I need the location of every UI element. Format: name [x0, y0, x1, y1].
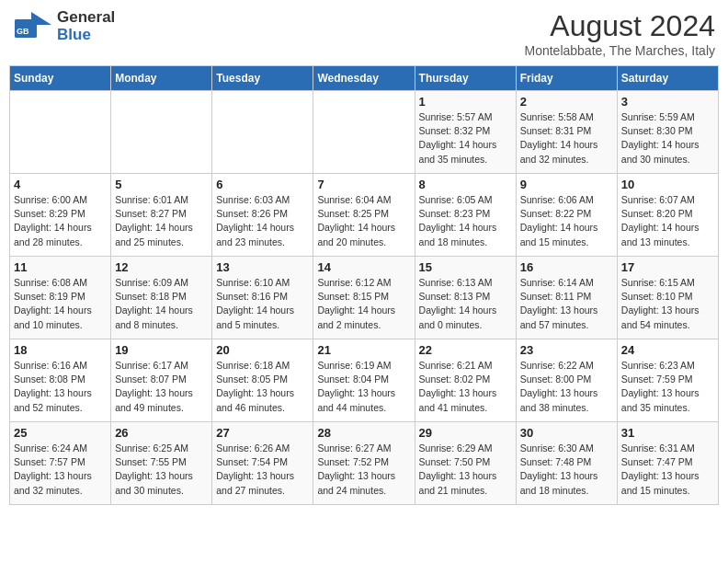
day-number: 1 — [419, 95, 512, 109]
calendar-cell: 7 Sunrise: 6:04 AM Sunset: 8:25 PM Dayli… — [313, 174, 415, 257]
calendar-cell: 6 Sunrise: 6:03 AM Sunset: 8:26 PM Dayli… — [212, 174, 313, 257]
calendar-cell — [111, 91, 212, 174]
calendar-cell: 29 Sunrise: 6:29 AM Sunset: 7:50 PM Dayl… — [415, 422, 516, 505]
calendar-cell: 23 Sunrise: 6:22 AM Sunset: 8:00 PM Dayl… — [516, 339, 617, 422]
day-info: Sunrise: 6:07 AM Sunset: 8:20 PM Dayligh… — [621, 193, 714, 249]
calendar-cell: 24 Sunrise: 6:23 AM Sunset: 7:59 PM Dayl… — [617, 339, 718, 422]
logo-svg: GB — [13, 10, 53, 43]
day-number: 13 — [216, 260, 309, 274]
day-info: Sunrise: 6:29 AM Sunset: 7:50 PM Dayligh… — [419, 442, 512, 498]
day-info: Sunrise: 6:14 AM Sunset: 8:11 PM Dayligh… — [520, 276, 613, 332]
day-number: 21 — [317, 343, 410, 357]
calendar-week-3: 11 Sunrise: 6:08 AM Sunset: 8:19 PM Dayl… — [10, 257, 719, 339]
calendar-cell: 12 Sunrise: 6:09 AM Sunset: 8:18 PM Dayl… — [111, 257, 212, 339]
calendar-cell: 15 Sunrise: 6:13 AM Sunset: 8:13 PM Dayl… — [415, 257, 516, 339]
calendar-cell: 2 Sunrise: 5:58 AM Sunset: 8:31 PM Dayli… — [516, 91, 617, 174]
calendar-cell: 22 Sunrise: 6:21 AM Sunset: 8:02 PM Dayl… — [415, 339, 516, 422]
location-subtitle: Montelabbate, The Marches, Italy — [524, 43, 715, 58]
logo-text-block: General Blue — [57, 9, 115, 43]
day-number: 16 — [520, 260, 613, 274]
calendar-cell: 8 Sunrise: 6:05 AM Sunset: 8:23 PM Dayli… — [415, 174, 516, 257]
day-number: 6 — [216, 178, 309, 191]
day-info: Sunrise: 6:27 AM Sunset: 7:52 PM Dayligh… — [317, 442, 410, 498]
calendar-week-5: 25 Sunrise: 6:24 AM Sunset: 7:57 PM Dayl… — [10, 422, 719, 505]
day-number: 27 — [216, 426, 309, 440]
calendar-cell: 31 Sunrise: 6:31 AM Sunset: 7:47 PM Dayl… — [617, 422, 718, 505]
calendar-cell — [212, 91, 313, 174]
day-info: Sunrise: 6:18 AM Sunset: 8:05 PM Dayligh… — [216, 359, 309, 415]
day-info: Sunrise: 6:01 AM Sunset: 8:27 PM Dayligh… — [115, 193, 208, 249]
calendar-cell: 14 Sunrise: 6:12 AM Sunset: 8:15 PM Dayl… — [313, 257, 415, 339]
day-info: Sunrise: 6:08 AM Sunset: 8:19 PM Dayligh… — [14, 276, 107, 332]
day-info: Sunrise: 5:57 AM Sunset: 8:32 PM Dayligh… — [419, 110, 512, 167]
day-info: Sunrise: 6:09 AM Sunset: 8:18 PM Dayligh… — [115, 276, 208, 332]
day-info: Sunrise: 6:30 AM Sunset: 7:48 PM Dayligh… — [520, 442, 613, 498]
day-number: 25 — [14, 426, 107, 440]
day-info: Sunrise: 6:21 AM Sunset: 8:02 PM Dayligh… — [419, 359, 512, 415]
day-number: 30 — [520, 426, 613, 440]
calendar-header-row: SundayMondayTuesdayWednesdayThursdayFrid… — [10, 66, 719, 91]
calendar-week-1: 1 Sunrise: 5:57 AM Sunset: 8:32 PM Dayli… — [10, 91, 719, 174]
day-number: 31 — [621, 426, 714, 440]
day-number: 17 — [621, 260, 714, 274]
day-info: Sunrise: 6:12 AM Sunset: 8:15 PM Dayligh… — [317, 276, 410, 332]
calendar-cell: 10 Sunrise: 6:07 AM Sunset: 8:20 PM Dayl… — [617, 174, 718, 257]
day-number: 9 — [520, 178, 613, 191]
day-number: 29 — [419, 426, 512, 440]
day-info: Sunrise: 6:10 AM Sunset: 8:16 PM Dayligh… — [216, 276, 309, 332]
day-number: 18 — [14, 343, 107, 357]
day-info: Sunrise: 6:23 AM Sunset: 7:59 PM Dayligh… — [621, 359, 714, 415]
calendar-cell: 28 Sunrise: 6:27 AM Sunset: 7:52 PM Dayl… — [313, 422, 415, 505]
day-number: 12 — [115, 260, 208, 274]
day-number: 20 — [216, 343, 309, 357]
day-number: 4 — [14, 178, 107, 191]
day-number: 7 — [317, 178, 410, 191]
col-header-saturday: Saturday — [617, 66, 718, 91]
day-info: Sunrise: 6:24 AM Sunset: 7:57 PM Dayligh… — [14, 442, 107, 498]
calendar-cell: 26 Sunrise: 6:25 AM Sunset: 7:55 PM Dayl… — [111, 422, 212, 505]
day-number: 5 — [115, 178, 208, 191]
calendar-cell: 11 Sunrise: 6:08 AM Sunset: 8:19 PM Dayl… — [10, 257, 111, 339]
calendar-cell: 13 Sunrise: 6:10 AM Sunset: 8:16 PM Dayl… — [212, 257, 313, 339]
day-info: Sunrise: 6:00 AM Sunset: 8:29 PM Dayligh… — [14, 193, 107, 249]
logo: GB General Blue — [13, 9, 115, 43]
calendar-cell: 18 Sunrise: 6:16 AM Sunset: 8:08 PM Dayl… — [10, 339, 111, 422]
month-title: August 2024 — [524, 9, 715, 43]
col-header-sunday: Sunday — [10, 66, 111, 91]
day-info: Sunrise: 6:19 AM Sunset: 8:04 PM Dayligh… — [317, 359, 410, 415]
day-info: Sunrise: 6:05 AM Sunset: 8:23 PM Dayligh… — [419, 193, 512, 249]
calendar-cell: 30 Sunrise: 6:30 AM Sunset: 7:48 PM Dayl… — [516, 422, 617, 505]
day-info: Sunrise: 6:16 AM Sunset: 8:08 PM Dayligh… — [14, 359, 107, 415]
calendar-cell: 3 Sunrise: 5:59 AM Sunset: 8:30 PM Dayli… — [617, 91, 718, 174]
day-info: Sunrise: 6:31 AM Sunset: 7:47 PM Dayligh… — [621, 442, 714, 498]
calendar-cell: 20 Sunrise: 6:18 AM Sunset: 8:05 PM Dayl… — [212, 339, 313, 422]
day-info: Sunrise: 6:25 AM Sunset: 7:55 PM Dayligh… — [115, 442, 208, 498]
calendar-cell: 1 Sunrise: 5:57 AM Sunset: 8:32 PM Dayli… — [415, 91, 516, 174]
day-info: Sunrise: 6:13 AM Sunset: 8:13 PM Dayligh… — [419, 276, 512, 332]
title-area: August 2024 Montelabbate, The Marches, I… — [524, 9, 715, 58]
calendar-cell: 9 Sunrise: 6:06 AM Sunset: 8:22 PM Dayli… — [516, 174, 617, 257]
day-number: 26 — [115, 426, 208, 440]
calendar-cell: 19 Sunrise: 6:17 AM Sunset: 8:07 PM Dayl… — [111, 339, 212, 422]
day-info: Sunrise: 6:22 AM Sunset: 8:00 PM Dayligh… — [520, 359, 613, 415]
calendar-table: SundayMondayTuesdayWednesdayThursdayFrid… — [9, 65, 719, 505]
day-number: 3 — [621, 95, 714, 109]
calendar-cell: 4 Sunrise: 6:00 AM Sunset: 8:29 PM Dayli… — [10, 174, 111, 257]
day-number: 10 — [621, 178, 714, 191]
logo-general: General — [57, 9, 115, 27]
day-info: Sunrise: 6:06 AM Sunset: 8:22 PM Dayligh… — [520, 193, 613, 249]
calendar-cell — [313, 91, 415, 174]
svg-text:GB: GB — [17, 27, 29, 36]
col-header-monday: Monday — [111, 66, 212, 91]
day-info: Sunrise: 5:58 AM Sunset: 8:31 PM Dayligh… — [520, 110, 613, 167]
calendar-cell: 27 Sunrise: 6:26 AM Sunset: 7:54 PM Dayl… — [212, 422, 313, 505]
calendar-cell: 25 Sunrise: 6:24 AM Sunset: 7:57 PM Dayl… — [10, 422, 111, 505]
header: GB General Blue August 2024 Montelabbate… — [9, 9, 719, 58]
calendar-week-4: 18 Sunrise: 6:16 AM Sunset: 8:08 PM Dayl… — [10, 339, 719, 422]
day-info: Sunrise: 6:03 AM Sunset: 8:26 PM Dayligh… — [216, 193, 309, 249]
day-info: Sunrise: 6:17 AM Sunset: 8:07 PM Dayligh… — [115, 359, 208, 415]
day-info: Sunrise: 6:04 AM Sunset: 8:25 PM Dayligh… — [317, 193, 410, 249]
col-header-friday: Friday — [516, 66, 617, 91]
day-number: 11 — [14, 260, 107, 274]
col-header-tuesday: Tuesday — [212, 66, 313, 91]
